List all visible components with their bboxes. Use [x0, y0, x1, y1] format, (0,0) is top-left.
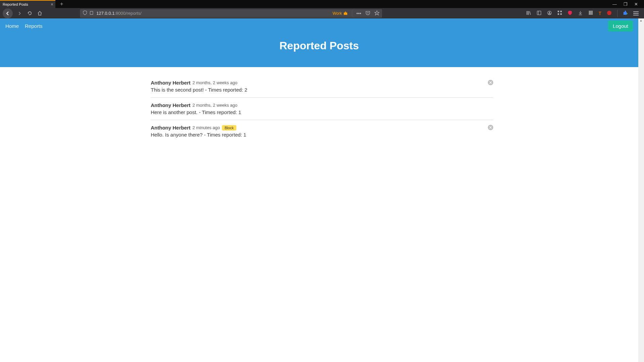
page-title: Reported Posts	[0, 34, 638, 52]
svg-rect-10	[560, 13, 562, 15]
svg-rect-11	[589, 11, 590, 15]
svg-rect-1	[344, 12, 347, 15]
close-icon	[489, 81, 492, 84]
library-icon[interactable]	[526, 10, 531, 16]
author-name: Anthony Herbert	[151, 102, 190, 108]
minimize-icon[interactable]: —	[612, 2, 617, 7]
more-icon[interactable]: •••	[356, 11, 361, 16]
report-item: Anthony Herbert2 months, 2 weeks agoHere…	[151, 102, 493, 120]
briefcase-icon	[343, 11, 348, 15]
svg-rect-7	[558, 11, 559, 12]
reload-icon	[27, 11, 32, 16]
report-head: Anthony Herbert2 months, 2 weeks ago	[151, 102, 493, 108]
report-item: Anthony Herbert2 minutes agoBlockHello. …	[151, 125, 493, 142]
url-bar[interactable]: 127.0.0.1:8000/reports/ Work •••	[80, 9, 382, 18]
bookmark-star-icon[interactable]	[374, 10, 379, 16]
time-ago: 2 minutes ago	[192, 125, 220, 130]
window-controls: — ❐ ✕	[612, 2, 644, 7]
svg-rect-12	[591, 11, 592, 15]
nav-reports[interactable]: Reports	[25, 23, 43, 29]
toolbar-right: T	[526, 10, 641, 17]
separator	[352, 10, 352, 16]
browser-tab[interactable]: Reported Posts ×	[0, 0, 55, 8]
report-body: This is the second post! - Times reporte…	[151, 87, 493, 93]
apps-icon[interactable]	[557, 10, 562, 16]
arrow-right-icon	[17, 11, 22, 16]
arrow-left-icon	[5, 11, 10, 16]
logout-button[interactable]: Logout	[608, 20, 633, 32]
home-icon	[37, 11, 42, 16]
svg-rect-16	[625, 10, 626, 12]
container-label[interactable]: Work	[333, 11, 348, 16]
reader-icon[interactable]	[588, 10, 593, 16]
scroll-up-icon[interactable]: ▲	[640, 19, 642, 22]
report-item: Anthony Herbert2 months, 2 weeks agoThis…	[151, 80, 493, 98]
url-path: /reports/	[126, 11, 142, 16]
sidebar-icon[interactable]	[537, 10, 542, 16]
close-window-icon[interactable]: ✕	[634, 2, 638, 7]
report-head: Anthony Herbert2 minutes agoBlock	[151, 125, 493, 131]
author-name: Anthony Herbert	[151, 125, 190, 131]
svg-rect-3	[537, 11, 541, 14]
ublock-icon[interactable]	[607, 10, 612, 16]
page-viewport: Home Reports Logout Reported Posts Antho…	[0, 18, 644, 362]
svg-rect-15	[624, 12, 627, 14]
report-body: Here is another post. - Times reported: …	[151, 109, 493, 115]
new-tab-button[interactable]: +	[60, 1, 63, 7]
page-info-icon[interactable]	[89, 11, 94, 16]
browser-toolbar: 127.0.0.1:8000/reports/ Work •••	[0, 8, 644, 18]
menu-button[interactable]	[633, 11, 639, 15]
svg-point-6	[549, 11, 550, 13]
back-button[interactable]	[3, 8, 13, 18]
home-button[interactable]	[36, 8, 43, 18]
maximize-icon[interactable]: ❐	[624, 2, 628, 7]
pocket-icon[interactable]	[365, 10, 370, 16]
dismiss-button[interactable]	[488, 80, 493, 85]
url-port: :8000	[114, 11, 126, 16]
scrollbar[interactable]: ▲	[638, 18, 644, 362]
tab-bar: Reported Posts × + — ❐ ✕	[0, 0, 644, 8]
time-ago: 2 months, 2 weeks ago	[192, 103, 237, 108]
navbar: Home Reports Logout	[0, 18, 638, 34]
downloads-icon[interactable]	[578, 10, 583, 16]
separator	[617, 10, 617, 17]
url-host: 127.0.0.1	[96, 11, 114, 16]
browser-chrome: Reported Posts × + — ❐ ✕	[0, 0, 644, 18]
forward-button[interactable]	[16, 8, 23, 18]
close-tab-icon[interactable]: ×	[51, 2, 53, 7]
svg-rect-2	[345, 11, 346, 12]
time-ago: 2 months, 2 weeks ago	[192, 80, 237, 85]
reload-button[interactable]	[26, 8, 33, 18]
svg-rect-0	[90, 11, 93, 14]
reports-list: Anthony Herbert2 months, 2 weeks agoThis…	[151, 80, 493, 142]
account-icon[interactable]	[547, 10, 552, 16]
report-head: Anthony Herbert2 months, 2 weeks ago	[151, 80, 493, 86]
tab-title: Reported Posts	[3, 2, 28, 6]
svg-rect-8	[560, 11, 562, 12]
svg-rect-9	[558, 13, 559, 15]
extension-t-icon[interactable]: T	[598, 11, 601, 16]
nav-home[interactable]: Home	[5, 23, 19, 29]
close-icon	[489, 126, 492, 129]
extensions-icon[interactable]	[623, 10, 628, 16]
author-name: Anthony Herbert	[151, 80, 190, 86]
report-body: Hello. Is anyone there? - Times reported…	[151, 132, 493, 138]
shield-icon[interactable]	[83, 10, 87, 16]
svg-point-14	[607, 10, 611, 15]
adblock-icon[interactable]	[567, 10, 572, 16]
block-button[interactable]: Block	[222, 125, 236, 131]
page-header: Home Reports Logout Reported Posts	[0, 18, 638, 67]
svg-rect-17	[627, 13, 628, 14]
svg-rect-13	[592, 11, 593, 15]
dismiss-button[interactable]	[488, 125, 493, 130]
